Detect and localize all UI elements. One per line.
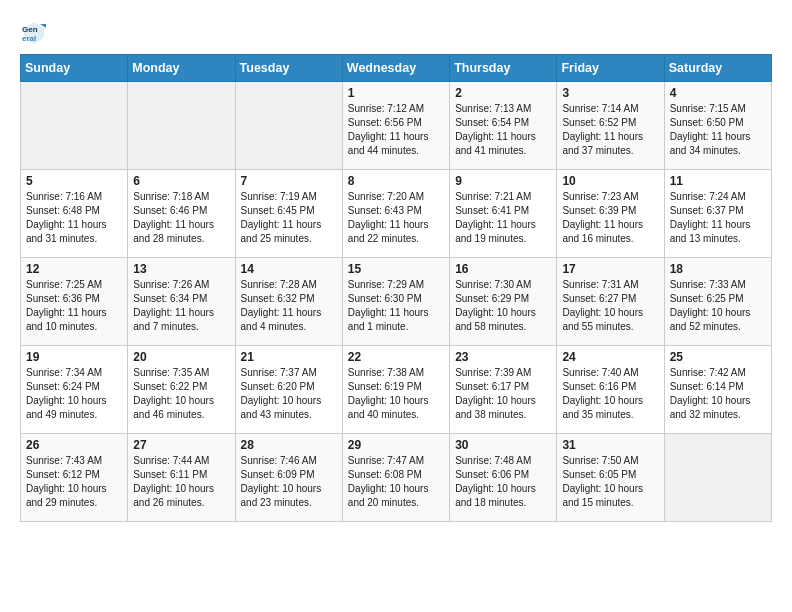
logo: Gen eral: [20, 18, 51, 46]
day-cell: 26Sunrise: 7:43 AM Sunset: 6:12 PM Dayli…: [21, 434, 128, 522]
day-number: 1: [348, 86, 444, 100]
col-header-friday: Friday: [557, 55, 664, 82]
day-info: Sunrise: 7:30 AM Sunset: 6:29 PM Dayligh…: [455, 278, 551, 334]
day-info: Sunrise: 7:18 AM Sunset: 6:46 PM Dayligh…: [133, 190, 229, 246]
day-number: 4: [670, 86, 766, 100]
day-cell: 6Sunrise: 7:18 AM Sunset: 6:46 PM Daylig…: [128, 170, 235, 258]
day-cell: 15Sunrise: 7:29 AM Sunset: 6:30 PM Dayli…: [342, 258, 449, 346]
day-number: 22: [348, 350, 444, 364]
day-number: 29: [348, 438, 444, 452]
day-cell: 19Sunrise: 7:34 AM Sunset: 6:24 PM Dayli…: [21, 346, 128, 434]
day-number: 23: [455, 350, 551, 364]
day-cell: 4Sunrise: 7:15 AM Sunset: 6:50 PM Daylig…: [664, 82, 771, 170]
day-info: Sunrise: 7:47 AM Sunset: 6:08 PM Dayligh…: [348, 454, 444, 510]
day-info: Sunrise: 7:38 AM Sunset: 6:19 PM Dayligh…: [348, 366, 444, 422]
col-header-monday: Monday: [128, 55, 235, 82]
svg-text:eral: eral: [22, 34, 36, 43]
day-number: 12: [26, 262, 122, 276]
calendar-page: Gen eral SundayMondayTuesdayWednesdayThu…: [0, 0, 792, 612]
day-info: Sunrise: 7:23 AM Sunset: 6:39 PM Dayligh…: [562, 190, 658, 246]
day-cell: [21, 82, 128, 170]
day-info: Sunrise: 7:25 AM Sunset: 6:36 PM Dayligh…: [26, 278, 122, 334]
col-header-tuesday: Tuesday: [235, 55, 342, 82]
day-info: Sunrise: 7:44 AM Sunset: 6:11 PM Dayligh…: [133, 454, 229, 510]
day-number: 21: [241, 350, 337, 364]
day-info: Sunrise: 7:26 AM Sunset: 6:34 PM Dayligh…: [133, 278, 229, 334]
week-row-5: 26Sunrise: 7:43 AM Sunset: 6:12 PM Dayli…: [21, 434, 772, 522]
day-info: Sunrise: 7:33 AM Sunset: 6:25 PM Dayligh…: [670, 278, 766, 334]
day-info: Sunrise: 7:15 AM Sunset: 6:50 PM Dayligh…: [670, 102, 766, 158]
logo-icon: Gen eral: [20, 18, 48, 46]
day-cell: 3Sunrise: 7:14 AM Sunset: 6:52 PM Daylig…: [557, 82, 664, 170]
calendar-table: SundayMondayTuesdayWednesdayThursdayFrid…: [20, 54, 772, 522]
day-info: Sunrise: 7:31 AM Sunset: 6:27 PM Dayligh…: [562, 278, 658, 334]
day-cell: [128, 82, 235, 170]
day-info: Sunrise: 7:12 AM Sunset: 6:56 PM Dayligh…: [348, 102, 444, 158]
day-number: 26: [26, 438, 122, 452]
day-cell: 18Sunrise: 7:33 AM Sunset: 6:25 PM Dayli…: [664, 258, 771, 346]
day-cell: 30Sunrise: 7:48 AM Sunset: 6:06 PM Dayli…: [450, 434, 557, 522]
day-cell: 22Sunrise: 7:38 AM Sunset: 6:19 PM Dayli…: [342, 346, 449, 434]
day-number: 25: [670, 350, 766, 364]
day-cell: 23Sunrise: 7:39 AM Sunset: 6:17 PM Dayli…: [450, 346, 557, 434]
day-cell: 1Sunrise: 7:12 AM Sunset: 6:56 PM Daylig…: [342, 82, 449, 170]
day-cell: 29Sunrise: 7:47 AM Sunset: 6:08 PM Dayli…: [342, 434, 449, 522]
day-cell: 11Sunrise: 7:24 AM Sunset: 6:37 PM Dayli…: [664, 170, 771, 258]
day-number: 7: [241, 174, 337, 188]
day-info: Sunrise: 7:39 AM Sunset: 6:17 PM Dayligh…: [455, 366, 551, 422]
day-info: Sunrise: 7:20 AM Sunset: 6:43 PM Dayligh…: [348, 190, 444, 246]
day-number: 28: [241, 438, 337, 452]
day-info: Sunrise: 7:24 AM Sunset: 6:37 PM Dayligh…: [670, 190, 766, 246]
day-info: Sunrise: 7:42 AM Sunset: 6:14 PM Dayligh…: [670, 366, 766, 422]
day-number: 18: [670, 262, 766, 276]
day-number: 9: [455, 174, 551, 188]
day-info: Sunrise: 7:14 AM Sunset: 6:52 PM Dayligh…: [562, 102, 658, 158]
day-number: 8: [348, 174, 444, 188]
day-cell: 24Sunrise: 7:40 AM Sunset: 6:16 PM Dayli…: [557, 346, 664, 434]
svg-text:Gen: Gen: [22, 25, 38, 34]
day-number: 24: [562, 350, 658, 364]
col-header-wednesday: Wednesday: [342, 55, 449, 82]
day-number: 14: [241, 262, 337, 276]
day-number: 10: [562, 174, 658, 188]
day-number: 3: [562, 86, 658, 100]
day-cell: 28Sunrise: 7:46 AM Sunset: 6:09 PM Dayli…: [235, 434, 342, 522]
day-info: Sunrise: 7:50 AM Sunset: 6:05 PM Dayligh…: [562, 454, 658, 510]
day-info: Sunrise: 7:28 AM Sunset: 6:32 PM Dayligh…: [241, 278, 337, 334]
day-cell: [235, 82, 342, 170]
day-number: 27: [133, 438, 229, 452]
col-header-thursday: Thursday: [450, 55, 557, 82]
day-cell: 9Sunrise: 7:21 AM Sunset: 6:41 PM Daylig…: [450, 170, 557, 258]
day-number: 19: [26, 350, 122, 364]
day-number: 5: [26, 174, 122, 188]
day-number: 2: [455, 86, 551, 100]
day-info: Sunrise: 7:46 AM Sunset: 6:09 PM Dayligh…: [241, 454, 337, 510]
day-number: 30: [455, 438, 551, 452]
header-row: SundayMondayTuesdayWednesdayThursdayFrid…: [21, 55, 772, 82]
header: Gen eral: [20, 18, 772, 46]
day-number: 11: [670, 174, 766, 188]
day-info: Sunrise: 7:29 AM Sunset: 6:30 PM Dayligh…: [348, 278, 444, 334]
day-cell: 27Sunrise: 7:44 AM Sunset: 6:11 PM Dayli…: [128, 434, 235, 522]
week-row-3: 12Sunrise: 7:25 AM Sunset: 6:36 PM Dayli…: [21, 258, 772, 346]
day-info: Sunrise: 7:16 AM Sunset: 6:48 PM Dayligh…: [26, 190, 122, 246]
day-number: 6: [133, 174, 229, 188]
day-cell: 21Sunrise: 7:37 AM Sunset: 6:20 PM Dayli…: [235, 346, 342, 434]
day-number: 13: [133, 262, 229, 276]
day-cell: 13Sunrise: 7:26 AM Sunset: 6:34 PM Dayli…: [128, 258, 235, 346]
week-row-4: 19Sunrise: 7:34 AM Sunset: 6:24 PM Dayli…: [21, 346, 772, 434]
day-cell: 14Sunrise: 7:28 AM Sunset: 6:32 PM Dayli…: [235, 258, 342, 346]
day-info: Sunrise: 7:35 AM Sunset: 6:22 PM Dayligh…: [133, 366, 229, 422]
day-cell: 8Sunrise: 7:20 AM Sunset: 6:43 PM Daylig…: [342, 170, 449, 258]
week-row-1: 1Sunrise: 7:12 AM Sunset: 6:56 PM Daylig…: [21, 82, 772, 170]
day-number: 15: [348, 262, 444, 276]
day-number: 16: [455, 262, 551, 276]
day-cell: 2Sunrise: 7:13 AM Sunset: 6:54 PM Daylig…: [450, 82, 557, 170]
day-info: Sunrise: 7:34 AM Sunset: 6:24 PM Dayligh…: [26, 366, 122, 422]
day-info: Sunrise: 7:19 AM Sunset: 6:45 PM Dayligh…: [241, 190, 337, 246]
day-cell: 10Sunrise: 7:23 AM Sunset: 6:39 PM Dayli…: [557, 170, 664, 258]
day-cell: 31Sunrise: 7:50 AM Sunset: 6:05 PM Dayli…: [557, 434, 664, 522]
day-info: Sunrise: 7:13 AM Sunset: 6:54 PM Dayligh…: [455, 102, 551, 158]
col-header-saturday: Saturday: [664, 55, 771, 82]
day-number: 20: [133, 350, 229, 364]
